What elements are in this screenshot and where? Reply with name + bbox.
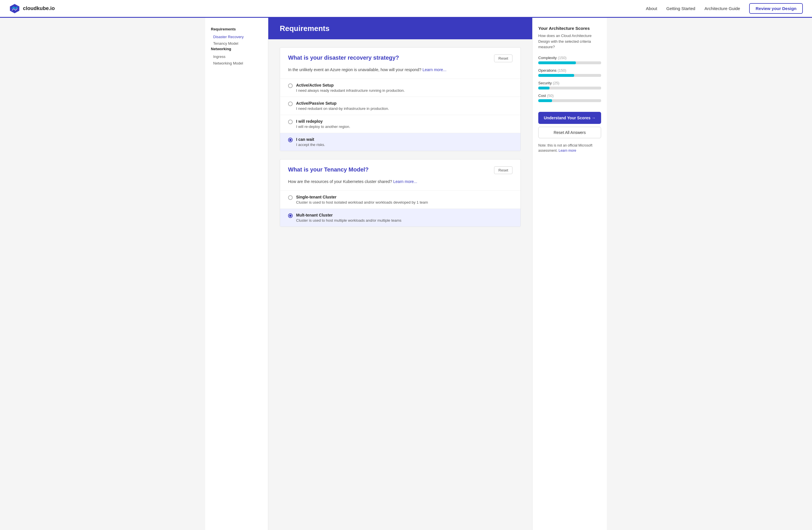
option-active-passive[interactable]: Active/Passive Setup I need redudant on … xyxy=(280,97,521,115)
sidebar-item-tenancy-model[interactable]: Tenancy Model xyxy=(211,40,262,47)
header: cloudkube.io About Getting Started Archi… xyxy=(0,0,812,18)
score-bar-bg-complexity xyxy=(538,61,601,64)
option-content-redeploy: I will redeploy I will re-deploy to anot… xyxy=(296,119,350,129)
learn-more-link-1[interactable]: Learn more... xyxy=(423,68,447,72)
score-item-complexity: Complexity (150) xyxy=(538,56,601,64)
sidebar-section-requirements: Requirements Disaster Recovery Tenancy M… xyxy=(211,27,262,47)
radio-multi-tenant xyxy=(288,214,293,218)
option-content-wait: I can wait I accept the risks. xyxy=(296,137,325,147)
question-title-2: What is your Tenancy Model? xyxy=(288,166,369,173)
sidebar: Requirements Disaster Recovery Tenancy M… xyxy=(205,18,268,530)
score-max-security: (25) xyxy=(553,81,560,85)
content-area: What is your disaster recovery strategy?… xyxy=(268,39,532,243)
question-desc-1: In the unlikely event an Azure region is… xyxy=(280,67,521,78)
reset-button-1[interactable]: Reset xyxy=(494,55,512,62)
score-item-operations: Operations (150) xyxy=(538,68,601,77)
logo-link[interactable]: cloudkube.io xyxy=(9,3,55,14)
score-bar-fill-operations xyxy=(538,74,574,77)
sidebar-item-networking-model[interactable]: Networking Model xyxy=(211,60,262,67)
main-nav: About Getting Started Architecture Guide… xyxy=(646,3,803,14)
score-bar-fill-complexity xyxy=(538,61,576,64)
score-max-complexity: (150) xyxy=(558,56,566,60)
logo-text: cloudkube.io xyxy=(23,5,55,12)
option-label-active-passive: Active/Passive Setup xyxy=(296,101,389,105)
score-item-cost: Cost (50) xyxy=(538,93,601,102)
review-design-button[interactable]: Review your Design xyxy=(749,3,803,14)
nav-getting-started[interactable]: Getting Started xyxy=(666,6,695,11)
nav-about[interactable]: About xyxy=(646,6,657,11)
radio-redeploy xyxy=(288,120,293,124)
radio-wait xyxy=(288,138,293,142)
sidebar-section-title-requirements: Requirements xyxy=(211,27,262,31)
scores-title: Your Architecture Scores xyxy=(538,26,601,31)
radio-active-active xyxy=(288,84,293,88)
option-desc-single-tenant: Cluster is used to host isolated workloa… xyxy=(296,200,428,205)
question-title-1: What is your disaster recovery strategy? xyxy=(288,55,399,61)
option-content-multi-tenant: Mult-tenant Cluster Cluster is used to h… xyxy=(296,213,402,223)
option-desc-multi-tenant: Cluster is used to host multiple workloa… xyxy=(296,218,402,223)
option-desc-active-active: I need always ready redudant infrastruct… xyxy=(296,88,405,93)
note-text: Note: this is not an official Microsoft … xyxy=(538,143,601,153)
right-panel: Your Architecture Scores How does an Clo… xyxy=(532,18,607,530)
score-label-operations: Operations (150) xyxy=(538,68,601,73)
option-desc-redeploy: I will re-deploy to another region. xyxy=(296,124,350,129)
score-bar-bg-cost xyxy=(538,99,601,102)
option-multi-tenant[interactable]: Mult-tenant Cluster Cluster is used to h… xyxy=(280,208,521,226)
note-learn-more-link[interactable]: Learn more xyxy=(559,149,576,152)
option-single-tenant[interactable]: Single-tenant Cluster Cluster is used to… xyxy=(280,190,521,208)
score-label-complexity: Complexity (150) xyxy=(538,56,601,60)
question-card-disaster-recovery: What is your disaster recovery strategy?… xyxy=(280,47,521,151)
svg-marker-0 xyxy=(10,4,19,14)
score-bar-fill-security xyxy=(538,87,549,89)
sidebar-item-disaster-recovery[interactable]: Disaster Recovery xyxy=(211,33,262,40)
page-layout: Requirements Disaster Recovery Tenancy M… xyxy=(205,18,607,530)
radio-active-passive xyxy=(288,102,293,106)
page-header-banner: Requirements xyxy=(268,18,532,39)
learn-more-link-2[interactable]: Learn more... xyxy=(393,179,417,184)
option-content-active-active: Active/Active Setup I need always ready … xyxy=(296,83,405,93)
page-title: Requirements xyxy=(280,24,521,33)
score-label-cost: Cost (50) xyxy=(538,93,601,98)
option-label-multi-tenant: Mult-tenant Cluster xyxy=(296,213,402,217)
score-max-cost: (50) xyxy=(547,93,553,98)
radio-single-tenant xyxy=(288,195,293,200)
option-desc-active-passive: I need redudant on stand-by infrastructu… xyxy=(296,106,389,111)
reset-all-button[interactable]: Reset All Answers xyxy=(538,127,601,138)
score-item-security: Security (25) xyxy=(538,81,601,89)
question-desc-2: How are the resources of your Kubernetes… xyxy=(280,179,521,190)
option-label-active-active: Active/Active Setup xyxy=(296,83,405,87)
understand-scores-button[interactable]: Understand Your Scores → xyxy=(538,112,601,124)
score-max-operations: (150) xyxy=(557,68,566,73)
logo-icon xyxy=(9,3,20,14)
sidebar-item-ingress[interactable]: Ingress xyxy=(211,53,262,60)
option-content-single-tenant: Single-tenant Cluster Cluster is used to… xyxy=(296,195,428,205)
sidebar-section-networking: Networking Ingress Networking Model xyxy=(211,47,262,67)
question-header-2: What is your Tenancy Model? Reset xyxy=(280,160,521,179)
score-bar-bg-security xyxy=(538,87,601,89)
option-redeploy[interactable]: I will redeploy I will re-deploy to anot… xyxy=(280,115,521,133)
option-content-active-passive: Active/Passive Setup I need redudant on … xyxy=(296,101,389,111)
option-label-wait: I can wait xyxy=(296,137,325,142)
score-bar-bg-operations xyxy=(538,74,601,77)
nav-architecture-guide[interactable]: Architecture Guide xyxy=(705,6,740,11)
question-header-1: What is your disaster recovery strategy?… xyxy=(280,48,521,67)
score-bar-fill-cost xyxy=(538,99,552,102)
option-label-redeploy: I will redeploy xyxy=(296,119,350,123)
score-label-security: Security (25) xyxy=(538,81,601,85)
option-desc-wait: I accept the risks. xyxy=(296,143,325,147)
option-label-single-tenant: Single-tenant Cluster xyxy=(296,195,428,199)
option-active-active[interactable]: Active/Active Setup I need always ready … xyxy=(280,78,521,97)
reset-button-2[interactable]: Reset xyxy=(494,166,512,174)
sidebar-section-title-networking: Networking xyxy=(211,47,262,51)
question-card-tenancy-model: What is your Tenancy Model? Reset How ar… xyxy=(280,159,521,227)
option-wait[interactable]: I can wait I accept the risks. xyxy=(280,133,521,151)
main-content: Requirements What is your disaster recov… xyxy=(268,18,532,530)
scores-desc: How does an Cloud Architecture Design wi… xyxy=(538,33,601,50)
